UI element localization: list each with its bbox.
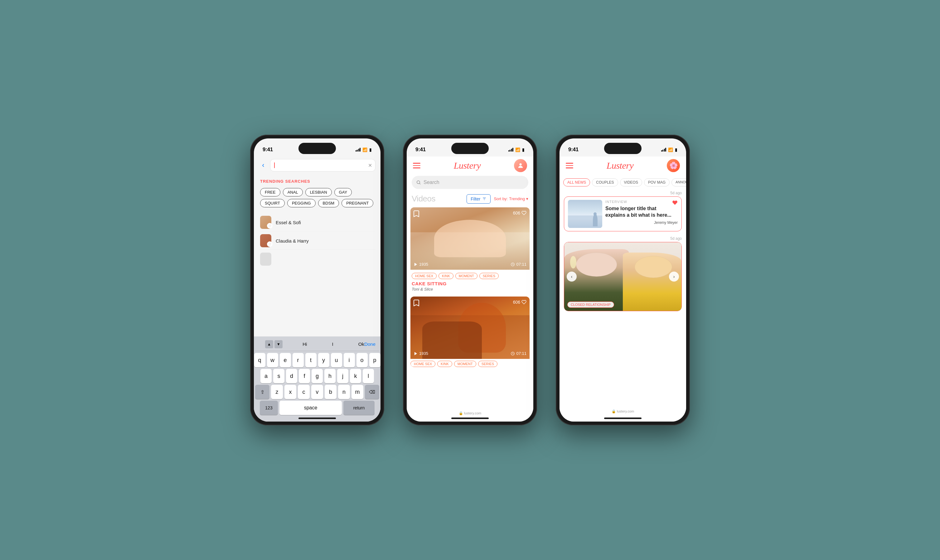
battery-icon-2: ▮ — [522, 147, 525, 152]
key-b[interactable]: b — [325, 385, 337, 399]
vtag-kink-1[interactable]: KINK — [438, 273, 454, 279]
tab-all-news[interactable]: ALL NEWS — [563, 178, 590, 186]
user-avatar-btn-2[interactable] — [514, 159, 527, 172]
key-return[interactable]: return — [343, 401, 375, 415]
nav-down-arrow[interactable]: ▼ — [274, 340, 283, 348]
vtag-homesex-2[interactable]: HOME SEX — [411, 361, 435, 367]
tag-gay[interactable]: GAY — [334, 188, 352, 197]
hamburger-menu-3[interactable] — [566, 163, 573, 168]
video-thumb-1: 606 1935 — [411, 207, 529, 270]
vtag-series-2[interactable]: SERIES — [478, 361, 497, 367]
key-u[interactable]: u — [331, 353, 342, 367]
key-n[interactable]: n — [338, 385, 350, 399]
phone-3: 9:41 📶 ▮ Lustery — [556, 135, 690, 425]
key-a[interactable]: a — [260, 369, 272, 383]
user-avatar-btn-3[interactable]: 🌸 — [667, 159, 680, 172]
keyboard-done-button[interactable]: Done — [364, 342, 375, 347]
key-t[interactable]: t — [305, 353, 317, 367]
vtag-moment-2[interactable]: MOMENT — [454, 361, 476, 367]
tab-pov-mag[interactable]: POV MAG — [644, 178, 669, 186]
tag-free[interactable]: FREE — [260, 188, 280, 197]
key-r[interactable]: r — [292, 353, 304, 367]
footer-icon-3: 🔒 — [612, 409, 616, 413]
vtag-kink-2[interactable]: KINK — [437, 361, 452, 367]
tag-squirt[interactable]: SQUIRT — [260, 199, 285, 207]
key-j[interactable]: j — [337, 369, 348, 383]
hamburger-menu-2[interactable] — [413, 163, 420, 168]
wifi-icon: 📶 — [362, 148, 368, 152]
search-input-box[interactable]: ✕ — [270, 159, 375, 171]
key-y[interactable]: y — [318, 353, 329, 367]
suggestion-hi[interactable]: Hi — [297, 340, 312, 348]
battery-icon: ▮ — [369, 147, 372, 152]
key-k[interactable]: k — [350, 369, 361, 383]
video-duration-2: 07:11 — [511, 351, 526, 356]
tag-pegging[interactable]: PEGGING — [287, 199, 315, 207]
tag-anal[interactable]: ANAL — [283, 188, 303, 197]
key-h[interactable]: h — [325, 369, 335, 383]
carousel-next-btn[interactable]: › — [669, 272, 679, 282]
key-g[interactable]: g — [312, 369, 323, 383]
key-backspace[interactable]: ⌫ — [365, 385, 379, 399]
vtag-homesex-1[interactable]: HOME SEX — [412, 273, 437, 279]
tab-announcements[interactable]: ANNOU... — [671, 178, 686, 186]
play-button-2[interactable]: 1935 — [414, 351, 428, 356]
clear-icon[interactable]: ✕ — [368, 162, 372, 168]
news-tabs: ALL NEWS COUPLES VIDEOS POV MAG ANNOU... — [560, 176, 686, 190]
suggestion-i[interactable]: I — [327, 340, 338, 348]
key-s[interactable]: s — [273, 369, 285, 383]
duration-text-2: 07:11 — [516, 351, 526, 356]
key-w[interactable]: w — [267, 353, 278, 367]
heart-icon-news-1[interactable] — [672, 200, 678, 206]
tag-lesbian[interactable]: LESBIAN — [305, 188, 332, 197]
recent-item-3[interactable] — [259, 251, 375, 268]
search-bar-2[interactable]: Search — [412, 176, 528, 189]
dynamic-island-1 — [298, 143, 336, 154]
tab-couples[interactable]: COUPLES — [592, 178, 618, 186]
vtag-moment-1[interactable]: MOMENT — [455, 273, 477, 279]
video-likes-1: 606 — [513, 211, 526, 215]
key-i[interactable]: i — [344, 353, 355, 367]
nav-up-arrow[interactable]: ▲ — [265, 340, 273, 348]
key-m[interactable]: m — [351, 385, 363, 399]
key-v[interactable]: v — [311, 385, 323, 399]
sort-button[interactable]: Sort by: Trending ▾ — [494, 197, 528, 201]
keyboard-row-4: 123 space return — [255, 401, 379, 415]
tag-bdsm[interactable]: BDSM — [318, 199, 339, 207]
search-icon-2 — [416, 180, 421, 185]
key-numbers[interactable]: 123 — [260, 401, 278, 415]
vtag-series-1[interactable]: SERIES — [479, 273, 499, 279]
status-icons-2: 📶 ▮ — [508, 147, 525, 152]
key-space[interactable]: space — [280, 401, 342, 415]
key-f[interactable]: f — [299, 369, 310, 383]
key-e[interactable]: e — [280, 353, 291, 367]
video-card-1[interactable]: 606 1935 — [411, 207, 529, 292]
bookmark-icon-1[interactable] — [414, 211, 419, 219]
recent-item-1[interactable]: ♡ Essel & Sofi — [259, 214, 375, 231]
trending-section: TRENDING SEARCHES FREE ANAL LESBIAN GAY … — [254, 174, 380, 210]
key-l[interactable]: l — [363, 369, 374, 383]
filter-button[interactable]: Filter — [466, 194, 491, 204]
news-timestamp-2: 5d ago — [560, 234, 686, 242]
bookmark-icon-2[interactable] — [414, 300, 419, 308]
key-x[interactable]: x — [285, 385, 296, 399]
videos-title: Videos — [412, 194, 435, 204]
recent-item-2[interactable]: ♡ Claudia & Harry — [259, 232, 375, 250]
key-o[interactable]: o — [357, 353, 368, 367]
recent-icon-2: ♡ — [260, 235, 271, 246]
tag-pregnant[interactable]: PREGNANT — [342, 199, 373, 207]
key-z[interactable]: z — [271, 385, 283, 399]
tab-videos[interactable]: VIDEOS — [620, 178, 642, 186]
key-shift[interactable]: ⇧ — [255, 385, 269, 399]
news-card-2[interactable]: ‹ › CLOSED RELATIONSHIP — [564, 242, 682, 311]
video-card-2[interactable]: 606 1935 — [411, 297, 529, 367]
key-q[interactable]: q — [254, 353, 265, 367]
key-p[interactable]: p — [369, 353, 380, 367]
battery-icon-3: ▮ — [675, 147, 677, 152]
carousel-prev-btn[interactable]: ‹ — [567, 272, 577, 282]
key-c[interactable]: c — [298, 385, 310, 399]
play-button-1[interactable]: 1935 — [414, 262, 428, 266]
news-card-1[interactable]: INTERVIEW Some longer title that explain… — [564, 197, 682, 231]
key-d[interactable]: d — [286, 369, 297, 383]
back-button[interactable]: ‹ — [259, 161, 268, 169]
